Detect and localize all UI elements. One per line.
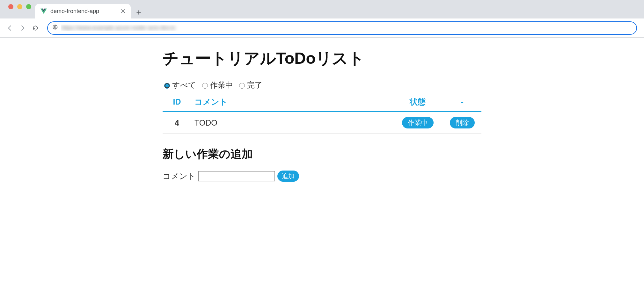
filter-option-done[interactable]: 完了 <box>238 80 262 90</box>
filter-radio-all[interactable] <box>164 83 170 89</box>
page-title: チュートリアルToDoリスト <box>163 48 481 69</box>
filter-radio-working[interactable] <box>202 83 208 89</box>
tab-strip: demo-frontend-app <box>0 0 644 18</box>
vue-icon <box>40 8 47 15</box>
add-button[interactable]: 追加 <box>277 171 299 182</box>
col-header-dash: - <box>443 92 481 112</box>
filter-label: 作業中 <box>210 80 233 90</box>
address-bar-url: https://www.example.azure-noder-acis-dev… <box>61 25 632 31</box>
reload-button[interactable] <box>30 23 41 33</box>
filter-radio-group: すべて 作業中 完了 <box>163 80 481 90</box>
add-form: コメント 追加 <box>163 171 481 182</box>
address-bar[interactable]: https://www.example.azure-noder-acis-dev… <box>47 21 637 35</box>
window-maximize-button[interactable] <box>26 4 31 9</box>
forward-button[interactable] <box>17 23 28 33</box>
browser-chrome: demo-frontend-app https://www.ex <box>0 0 644 38</box>
filter-option-working[interactable]: 作業中 <box>201 80 233 90</box>
browser-toolbar: https://www.example.azure-noder-acis-dev… <box>0 18 644 38</box>
filter-radio-done[interactable] <box>239 83 245 89</box>
page-viewport: チュートリアルToDoリスト すべて 作業中 完了 ID コメント 状態 <box>0 38 644 189</box>
add-heading: 新しい作業の追加 <box>163 147 481 162</box>
new-tab-button[interactable] <box>133 6 145 18</box>
globe-icon <box>52 24 58 32</box>
filter-option-all[interactable]: すべて <box>163 80 196 90</box>
cell-comment: TODO <box>191 112 392 134</box>
back-button[interactable] <box>4 23 15 33</box>
table-row: 4 TODO 作業中 削除 <box>163 112 481 134</box>
comment-input[interactable] <box>198 171 275 181</box>
window-close-button[interactable] <box>8 4 13 9</box>
window-traffic-lights <box>3 4 35 14</box>
todo-table: ID コメント 状態 - 4 TODO 作業中 削除 <box>163 92 481 134</box>
filter-label: 完了 <box>247 80 262 90</box>
add-label: コメント <box>163 171 196 181</box>
state-button[interactable]: 作業中 <box>402 117 434 128</box>
cell-id: 4 <box>163 112 191 134</box>
window-minimize-button[interactable] <box>17 4 22 9</box>
tab-close-button[interactable] <box>120 7 126 15</box>
col-header-id: ID <box>163 92 191 112</box>
browser-tab[interactable]: demo-frontend-app <box>35 4 131 18</box>
tab-title: demo-frontend-app <box>50 8 117 15</box>
filter-label: すべて <box>172 80 196 90</box>
todo-app: チュートリアルToDoリスト すべて 作業中 完了 ID コメント 状態 <box>163 48 481 182</box>
col-header-comment: コメント <box>191 92 392 112</box>
col-header-state: 状態 <box>392 92 443 112</box>
delete-button[interactable]: 削除 <box>450 117 475 128</box>
